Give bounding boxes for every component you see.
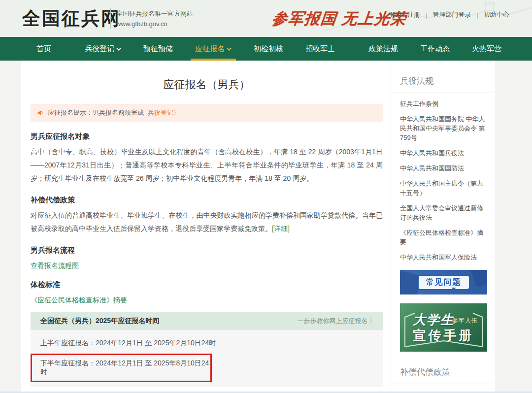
nav-label: 应征报名 — [195, 44, 225, 54]
slogan-calligraphy: 参军报国 无上光荣 — [271, 8, 408, 29]
application-time-box: 全国征兵（男兵）2025年应征报名时间 一步步教你网上应征报名 〉 上半年应征报… — [31, 312, 383, 387]
login-link[interactable]: 登录 — [389, 10, 402, 19]
page-title: 应征报名（男兵） — [31, 77, 383, 92]
sidebar-heading-compensation: 补偿代偿政策 — [400, 366, 487, 378]
time-box-body: 上半年应征报名：2024年12月1日 至 2025年2月10日24时 下半年应征… — [31, 330, 383, 387]
header-divider — [110, 8, 111, 29]
law-item[interactable]: 征兵工作条例 — [400, 99, 487, 108]
handbook-banner-subtitle: 参军入伍 — [452, 317, 478, 325]
notice-text: 应征报名提示：男兵报名前须完成 — [48, 108, 144, 117]
page-body: 应征报名（男兵） 应征报名提示：男兵报名前须完成 兵役登记〉 男兵应征报名对象 … — [0, 61, 532, 393]
sidebar-divider — [391, 93, 495, 93]
law-item[interactable]: 中华人民共和国国务院 中华人民共和国中央军事委员会令 第759号 — [400, 114, 487, 142]
online-apply-guide-link[interactable]: 一步步教你网上应征报名 〉 — [297, 317, 376, 326]
main-nav: 首页 兵役登记 预征预储 应征报名 初检初核 招收军士 政策法规 工作动态 火热… — [0, 37, 532, 61]
help-center-link[interactable]: 帮助中心 — [484, 10, 509, 19]
law-item[interactable]: 全国人大常委会审议通过新修订的兵役法 — [400, 203, 487, 222]
chevron-down-icon — [227, 46, 232, 51]
nav-label: 政策法规 — [368, 44, 398, 54]
sidebar: 兵役法规 征兵工作条例 中华人民共和国国务院 中华人民共和国中央军事委员会令 第… — [391, 61, 495, 392]
nav-item-policies[interactable]: 政策法规 — [363, 37, 403, 61]
link-divider: | — [476, 11, 478, 19]
section-heading-physical: 体检标准 — [31, 280, 383, 290]
first-half-time: 上半年应征报名：2024年12月1日 至 2025年2月10日24时 — [31, 334, 383, 353]
law-item[interactable]: 《应征公民体格检查标准》摘要 — [400, 228, 487, 247]
nav-item-military-camp[interactable]: 火热军营 — [466, 37, 507, 61]
nav-item-online-consult[interactable]: 在线咨询 — [530, 37, 532, 61]
notice-bar: 应征报名提示：男兵报名前须完成 兵役登记〉 — [31, 104, 383, 122]
nav-label: 招收军士 — [305, 44, 335, 54]
time-box-title: 全国征兵（男兵）2025年应征报名时间 — [40, 317, 159, 326]
header-links: 登录 注册 | 管理部门登录 | 帮助中心 — [389, 10, 509, 19]
admin-login-link[interactable]: 管理部门登录 — [432, 10, 471, 19]
section-heading-flow: 男兵报名流程 — [31, 245, 383, 255]
section-heading-policy: 补偿代偿政策 — [31, 195, 383, 205]
nav-label: 初检初核 — [254, 44, 283, 54]
tagline-line2: www.gfbzb.gov.cn — [116, 19, 193, 29]
nav-label: 兵役登记 — [85, 44, 114, 54]
flow-chart-link[interactable]: 查看报名流程图 — [31, 262, 79, 269]
main-column: 应征报名（男兵） 应征报名提示：男兵报名前须完成 兵役登记〉 男兵应征报名对象 … — [21, 61, 391, 392]
time-box-header: 全国征兵（男兵）2025年应征报名时间 一步步教你网上应征报名 〉 — [31, 312, 383, 330]
chevron-down-icon — [116, 46, 121, 51]
chevron-right-icon: 〉 — [173, 109, 180, 116]
faq-banner[interactable]: 常见问题 — [400, 270, 487, 295]
handbook-banner[interactable]: 大学生 参军入伍 宣传手册 — [400, 303, 487, 352]
section-heading-target: 男兵应征报名对象 — [31, 131, 383, 141]
nav-item-pre-recruitment[interactable]: 预征预储 — [138, 37, 178, 61]
law-item[interactable]: 中华人民共和国主席令（第九十五号） — [400, 179, 487, 197]
site-logo[interactable]: 全国征兵网 — [22, 6, 121, 31]
physical-standard-link[interactable]: 《应征公民体格检查标准》摘要 — [31, 296, 127, 304]
notice-link-label: 兵役登记 — [148, 109, 173, 116]
nav-item-enlistment-application[interactable]: 应征报名 — [190, 37, 237, 61]
handbook-banner-title: 大学生 — [413, 311, 454, 328]
site-tagline: 全国征兵报名唯一官方网站 www.gfbzb.gov.cn — [116, 8, 193, 29]
banner-decoration — [469, 270, 487, 288]
sidebar-divider — [391, 384, 495, 384]
register-link[interactable]: 注册 — [407, 10, 420, 19]
policy-text: 对应征入伍的普通高校毕业生、毕业班学生、在校生，由中央财政实施相应的学费补偿和国… — [31, 211, 383, 232]
link-divider: | — [426, 11, 427, 19]
nav-item-service-registration[interactable]: 兵役登记 — [79, 37, 127, 61]
service-registration-link[interactable]: 兵役登记〉 — [148, 108, 180, 117]
site-header: 全国征兵网 全国征兵报名唯一官方网站 www.gfbzb.gov.cn 参军报国… — [0, 0, 532, 37]
nav-label: 工作动态 — [420, 44, 450, 54]
policy-paragraph: 对应征入伍的普通高校毕业生、毕业班学生、在校生，由中央财政实施相应的学费补偿和国… — [31, 209, 383, 235]
nav-item-home[interactable]: 首页 — [31, 37, 57, 61]
nav-label: 预征预储 — [143, 44, 173, 54]
guide-link-label: 一步步教你网上应征报名 — [297, 317, 367, 325]
faq-banner-label: 常见问题 — [418, 275, 470, 290]
content-card: 应征报名（男兵） 应征报名提示：男兵报名前须完成 兵役登记〉 男兵应征报名对象 … — [21, 61, 495, 392]
law-item[interactable]: 中华人民共和国国防法 — [400, 164, 487, 173]
second-half-time: 下半年应征报名：2024年12月1日 至 2025年8月10日24时 — [32, 355, 210, 381]
policy-detail-link[interactable]: [详细] — [272, 225, 290, 232]
nav-item-initial-check[interactable]: 初检初核 — [248, 37, 289, 61]
sidebar-heading-laws: 兵役法规 — [400, 75, 487, 87]
nav-label: 首页 — [36, 44, 51, 54]
handbook-banner-title2: 宣传手册 — [400, 327, 487, 344]
law-item[interactable]: 中华人民共和国军人保险法 — [400, 253, 487, 262]
target-paragraph: 高中（含中专、职高、技校）毕业生及以上文化程度的青年（含高校在校生），年满 18… — [31, 145, 383, 185]
nav-item-nco-recruitment[interactable]: 招收军士 — [300, 37, 340, 61]
chevron-right-icon: 〉 — [369, 317, 376, 325]
nav-label: 火热军营 — [472, 44, 501, 54]
tagline-line1: 全国征兵报名唯一官方网站 — [116, 8, 193, 19]
law-item[interactable]: 中华人民共和国兵役法 — [400, 148, 487, 158]
highlight-red-box: 下半年应征报名：2024年12月1日 至 2025年8月10日24时 — [31, 354, 212, 382]
nav-item-work-news[interactable]: 工作动态 — [415, 37, 455, 61]
speaker-icon — [37, 109, 44, 116]
